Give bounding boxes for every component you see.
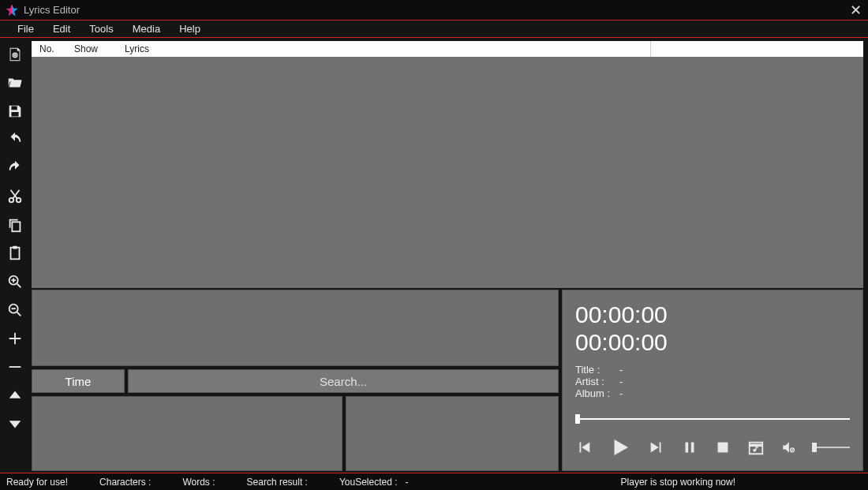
menu-tools[interactable]: Tools bbox=[80, 23, 122, 35]
new-button[interactable] bbox=[3, 43, 27, 66]
results-pane bbox=[32, 396, 342, 471]
svg-rect-10 bbox=[718, 443, 728, 453]
table-header: No. Show Lyrics bbox=[32, 41, 863, 57]
meta-artist-label: Artist : bbox=[575, 376, 619, 387]
meta-album-value: - bbox=[619, 387, 623, 399]
status-chars: Characters : bbox=[99, 477, 151, 488]
volume-slider[interactable] bbox=[812, 447, 850, 448]
next-button[interactable] bbox=[648, 439, 665, 456]
meta-title-label: Title : bbox=[575, 364, 619, 376]
status-words: Words : bbox=[182, 477, 215, 488]
aux-pane bbox=[346, 396, 559, 471]
zoom-in-button[interactable] bbox=[3, 270, 27, 294]
status-player: Player is stop working now! bbox=[621, 477, 735, 488]
time-total: 00:00:00 bbox=[575, 329, 850, 357]
time-elapsed: 00:00:00 bbox=[575, 301, 850, 329]
svg-rect-7 bbox=[13, 246, 17, 249]
player-panel: 00:00:00 00:00:00 Title :- Artist :- Alb… bbox=[562, 290, 863, 471]
window-title: Lyrics Editor bbox=[24, 4, 846, 16]
mute-button[interactable] bbox=[780, 440, 796, 455]
remove-button[interactable] bbox=[3, 355, 27, 379]
col-lyrics[interactable]: Lyrics bbox=[117, 43, 650, 54]
add-button[interactable] bbox=[3, 327, 27, 350]
cut-button[interactable] bbox=[3, 185, 27, 208]
preview-pane bbox=[32, 290, 559, 366]
svg-marker-1 bbox=[12, 4, 18, 16]
status-selected: YouSelected : - bbox=[339, 477, 409, 488]
save-button[interactable] bbox=[3, 99, 27, 123]
toolbar bbox=[0, 38, 30, 473]
menu-edit[interactable]: Edit bbox=[43, 23, 80, 35]
col-no[interactable]: No. bbox=[32, 43, 66, 54]
move-up-button[interactable] bbox=[3, 383, 27, 407]
move-down-button[interactable] bbox=[3, 412, 27, 436]
paste-button[interactable] bbox=[3, 241, 27, 265]
col-show[interactable]: Show bbox=[66, 43, 117, 54]
titlebar: Lyrics Editor ✕ bbox=[0, 0, 868, 20]
open-button[interactable] bbox=[3, 71, 27, 95]
app-icon bbox=[5, 3, 19, 17]
playlist-button[interactable] bbox=[747, 439, 765, 456]
meta-title-value: - bbox=[619, 364, 623, 376]
menu-help[interactable]: Help bbox=[170, 23, 210, 35]
redo-button[interactable] bbox=[3, 156, 27, 180]
svg-rect-6 bbox=[11, 248, 20, 260]
status-search: Search result : bbox=[247, 477, 308, 488]
stop-button[interactable] bbox=[714, 439, 731, 456]
copy-button[interactable] bbox=[3, 213, 27, 237]
lyrics-table[interactable]: No. Show Lyrics bbox=[32, 41, 863, 288]
seek-bar[interactable] bbox=[575, 413, 850, 425]
play-button[interactable] bbox=[608, 436, 632, 459]
svg-rect-5 bbox=[12, 222, 20, 231]
time-button[interactable]: Time bbox=[32, 369, 125, 393]
col-tail bbox=[650, 41, 863, 57]
prev-button[interactable] bbox=[575, 439, 593, 456]
menu-media[interactable]: Media bbox=[123, 23, 170, 35]
undo-button[interactable] bbox=[3, 128, 27, 151]
close-button[interactable]: ✕ bbox=[846, 2, 865, 19]
menu-file[interactable]: File bbox=[8, 23, 43, 35]
search-input[interactable] bbox=[128, 369, 559, 393]
pause-button[interactable] bbox=[681, 439, 698, 456]
status-ready: Ready for use! bbox=[6, 477, 68, 488]
zoom-out-button[interactable] bbox=[3, 298, 27, 322]
meta-album-label: Album : bbox=[575, 387, 619, 399]
meta-artist-value: - bbox=[619, 376, 623, 387]
statusbar: Ready for use! Characters : Words : Sear… bbox=[0, 473, 868, 490]
menubar: File Edit Tools Media Help bbox=[0, 20, 868, 38]
